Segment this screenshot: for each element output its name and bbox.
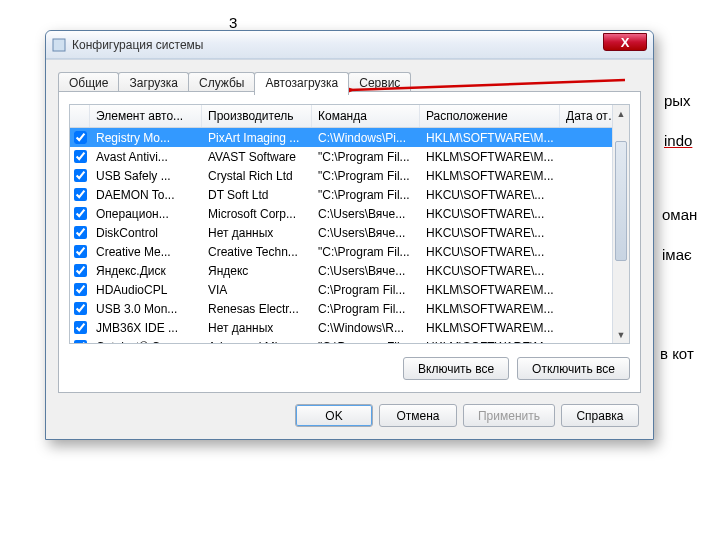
- close-button[interactable]: X: [603, 33, 647, 51]
- cell-name: DAEMON To...: [90, 188, 202, 202]
- dialog-title: Конфигурация системы: [72, 38, 203, 52]
- cell-location: HKCU\SOFTWARE\...: [420, 245, 560, 259]
- table-row[interactable]: HDAudioCPLVIAC:\Program Fil...HKLM\SOFTW…: [70, 280, 629, 299]
- ok-button[interactable]: OK: [295, 404, 373, 427]
- titlebar[interactable]: Конфигурация системы X: [46, 31, 653, 59]
- cell-manufacturer: PixArt Imaging ...: [202, 131, 312, 145]
- close-icon: X: [621, 35, 630, 50]
- cell-location: HKCU\SOFTWARE\...: [420, 226, 560, 240]
- dialog-buttons: OK Отмена Применить Справка: [295, 404, 639, 427]
- table-row[interactable]: Creative Me...Creative Techn..."C:\Progr…: [70, 242, 629, 261]
- tab-label: Автозагрузка: [265, 76, 338, 90]
- table-row[interactable]: USB 3.0 Mon...Renesas Electr...C:\Progra…: [70, 299, 629, 318]
- checkbox-input[interactable]: [74, 207, 87, 220]
- checkbox-input[interactable]: [74, 321, 87, 334]
- table-row[interactable]: USB Safely ...Crystal Rich Ltd"C:\Progra…: [70, 166, 629, 185]
- col-header-manufacturer[interactable]: Производитель: [202, 105, 312, 127]
- checkbox-input[interactable]: [74, 150, 87, 163]
- cell-location: HKCU\SOFTWARE\...: [420, 264, 560, 278]
- help-button[interactable]: Справка: [561, 404, 639, 427]
- cell-manufacturer: Microsoft Corp...: [202, 207, 312, 221]
- row-checkbox[interactable]: [70, 282, 90, 298]
- cell-manufacturer: VIA: [202, 283, 312, 297]
- step-number: 3: [229, 14, 237, 31]
- row-checkbox[interactable]: [70, 244, 90, 260]
- cell-command: C:\Users\Вяче...: [312, 226, 420, 240]
- checkbox-input[interactable]: [74, 131, 87, 144]
- panel-buttons: Включить все Отключить все: [403, 357, 630, 380]
- cell-command: C:\Windows\R...: [312, 321, 420, 335]
- col-header-command[interactable]: Команда: [312, 105, 420, 127]
- checkbox-input[interactable]: [74, 226, 87, 239]
- cell-location: HKLM\SOFTWARE\M...: [420, 169, 560, 183]
- scroll-thumb[interactable]: [615, 141, 627, 261]
- table-row[interactable]: Яндекс.ДискЯндексC:\Users\Вяче...HKCU\SO…: [70, 261, 629, 280]
- table-row[interactable]: Registry Mo...PixArt Imaging ...C:\Windo…: [70, 128, 629, 147]
- row-checkbox[interactable]: [70, 149, 90, 165]
- checkbox-input[interactable]: [74, 169, 87, 182]
- page-fragment: імає: [662, 246, 692, 263]
- row-checkbox[interactable]: [70, 187, 90, 203]
- tab-автозагрузка[interactable]: Автозагрузка: [254, 72, 349, 95]
- cell-location: HKCU\SOFTWARE\...: [420, 207, 560, 221]
- cell-location: HKLM\SOFTWARE\M...: [420, 321, 560, 335]
- cell-manufacturer: Яндекс: [202, 264, 312, 278]
- cell-name: Registry Mo...: [90, 131, 202, 145]
- checkbox-input[interactable]: [74, 188, 87, 201]
- row-checkbox[interactable]: [70, 130, 90, 146]
- row-checkbox[interactable]: [70, 263, 90, 279]
- checkbox-input[interactable]: [74, 264, 87, 277]
- cell-manufacturer: Нет данных: [202, 226, 312, 240]
- col-header-name[interactable]: Элемент авто...: [90, 105, 202, 127]
- enable-all-button[interactable]: Включить все: [403, 357, 509, 380]
- row-checkbox[interactable]: [70, 339, 90, 345]
- table-row[interactable]: JMB36X IDE ...Нет данныхC:\Windows\R...H…: [70, 318, 629, 337]
- cell-manufacturer: Нет данных: [202, 321, 312, 335]
- cancel-button[interactable]: Отмена: [379, 404, 457, 427]
- tab-label: Общие: [69, 76, 108, 90]
- tab-label: Загрузка: [129, 76, 178, 90]
- dialog-body: ОбщиеЗагрузкаСлужбыАвтозагрузкаСервис Эл…: [46, 59, 653, 439]
- row-checkbox[interactable]: [70, 225, 90, 241]
- row-checkbox[interactable]: [70, 301, 90, 317]
- cell-name: DiskControl: [90, 226, 202, 240]
- cell-name: Яндекс.Диск: [90, 264, 202, 278]
- page-fragment: indo: [664, 132, 692, 149]
- cell-name: USB Safely ...: [90, 169, 202, 183]
- table-row[interactable]: DiskControlНет данныхC:\Users\Вяче...HKC…: [70, 223, 629, 242]
- list-rows: Registry Mo...PixArt Imaging ...C:\Windo…: [70, 128, 629, 344]
- app-icon: [52, 38, 66, 52]
- col-header-location[interactable]: Расположение: [420, 105, 560, 127]
- cell-manufacturer: DT Soft Ltd: [202, 188, 312, 202]
- cell-manufacturer: AVAST Software: [202, 150, 312, 164]
- list-header[interactable]: Элемент авто... Производитель Команда Ра…: [70, 105, 629, 128]
- col-checkbox: [70, 105, 90, 127]
- page-fragment: оман: [662, 206, 697, 223]
- cell-name: Catalyst® C...: [90, 340, 202, 345]
- cell-manufacturer: Creative Techn...: [202, 245, 312, 259]
- startup-list: Элемент авто... Производитель Команда Ра…: [69, 104, 630, 344]
- row-checkbox[interactable]: [70, 206, 90, 222]
- cell-name: JMB36X IDE ...: [90, 321, 202, 335]
- table-row[interactable]: Avast Antivi...AVAST Software"C:\Program…: [70, 147, 629, 166]
- scroll-down-arrow[interactable]: ▼: [613, 326, 629, 343]
- table-row[interactable]: Catalyst® C...Advanced Micr..."C:\Progra…: [70, 337, 629, 344]
- apply-button[interactable]: Применить: [463, 404, 555, 427]
- scroll-up-arrow[interactable]: ▲: [613, 105, 629, 122]
- tab-label: Сервис: [359, 76, 400, 90]
- row-checkbox[interactable]: [70, 168, 90, 184]
- checkbox-input[interactable]: [74, 302, 87, 315]
- checkbox-input[interactable]: [74, 340, 87, 344]
- cell-command: "C:\Program Fil...: [312, 150, 420, 164]
- table-row[interactable]: DAEMON To...DT Soft Ltd"C:\Program Fil..…: [70, 185, 629, 204]
- cell-command: "C:\Program Fil...: [312, 188, 420, 202]
- checkbox-input[interactable]: [74, 245, 87, 258]
- disable-all-button[interactable]: Отключить все: [517, 357, 630, 380]
- cell-name: HDAudioCPL: [90, 283, 202, 297]
- table-row[interactable]: Операцион...Microsoft Corp...C:\Users\Вя…: [70, 204, 629, 223]
- vertical-scrollbar[interactable]: ▲ ▼: [612, 105, 629, 343]
- cell-command: C:\Windows\Pi...: [312, 131, 420, 145]
- checkbox-input[interactable]: [74, 283, 87, 296]
- row-checkbox[interactable]: [70, 320, 90, 336]
- svg-rect-0: [53, 39, 65, 51]
